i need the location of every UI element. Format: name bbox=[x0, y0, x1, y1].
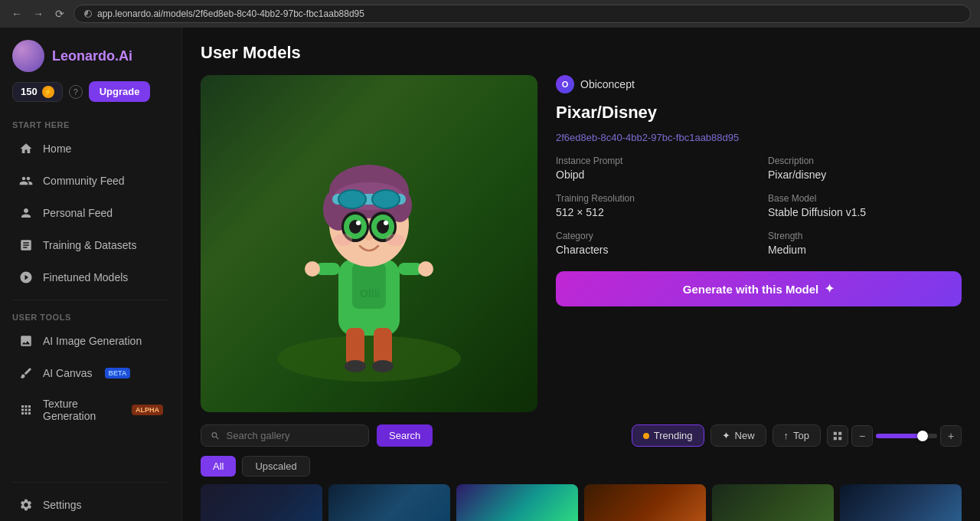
sidebar-item-community-label: Community Feed bbox=[43, 175, 125, 187]
url-bar[interactable]: app.leonardo.ai/models/2f6ed8eb-8c40-4bb… bbox=[74, 5, 971, 23]
zoom-slider-thumb bbox=[917, 431, 928, 441]
sidebar-item-finetuned-label: Finetuned Models bbox=[43, 271, 128, 283]
sidebar-credits: 150 ⚡ ? Upgrade bbox=[0, 81, 181, 114]
sidebar-item-community-feed[interactable]: Community Feed bbox=[6, 165, 175, 196]
page-header: User Models bbox=[182, 28, 980, 75]
thumbnail-6[interactable] bbox=[840, 484, 962, 521]
base-model-value: Stable Diffusion v1.5 bbox=[768, 206, 962, 218]
settings-icon bbox=[18, 497, 34, 513]
svg-point-7 bbox=[372, 360, 394, 372]
plus-icon: + bbox=[948, 430, 954, 442]
svg-point-27 bbox=[356, 221, 361, 225]
model-title: Pixar/Disney bbox=[556, 103, 962, 123]
description-value: Pixar/disney bbox=[768, 169, 962, 181]
sidebar-item-settings-label: Settings bbox=[43, 499, 82, 511]
instance-prompt-value: Obipd bbox=[556, 169, 750, 181]
gallery-controls: Search Trending ✦ New ↑ Top bbox=[201, 424, 962, 447]
thumbnail-1[interactable] bbox=[201, 484, 322, 521]
training-res-value: 512 × 512 bbox=[556, 206, 750, 218]
credits-icon: ⚡ bbox=[42, 86, 54, 98]
search-icon bbox=[211, 431, 220, 441]
thumbnail-2[interactable] bbox=[328, 484, 450, 521]
svg-text:Ollii: Ollii bbox=[360, 287, 380, 300]
refresh-button[interactable]: ⟳ bbox=[52, 6, 67, 21]
thumbnail-3[interactable] bbox=[456, 484, 578, 521]
model-id[interactable]: 2f6ed8eb-8c40-4bb2-97bc-fbc1aab88d95 bbox=[556, 132, 962, 143]
back-button[interactable]: ← bbox=[9, 6, 24, 21]
sidebar-item-personal-label: Personal Feed bbox=[43, 207, 113, 219]
search-bar bbox=[201, 424, 369, 447]
trending-filter-button[interactable]: Trending bbox=[632, 424, 704, 447]
gallery-filters: Trending ✦ New ↑ Top bbox=[632, 424, 962, 447]
sidebar-bottom-divider bbox=[12, 482, 169, 483]
svg-point-10 bbox=[305, 261, 320, 277]
trending-dot bbox=[643, 433, 649, 439]
author-avatar: O bbox=[556, 75, 574, 93]
app-body: Leonardo.Ai 150 ⚡ ? Upgrade Start Here H… bbox=[0, 28, 980, 521]
meta-instance-prompt: Instance Prompt Obipd bbox=[556, 156, 750, 181]
minus-icon: − bbox=[859, 430, 865, 442]
sidebar-item-personal-feed[interactable]: Personal Feed bbox=[6, 198, 175, 228]
home-icon bbox=[18, 141, 34, 156]
page-title: User Models bbox=[201, 43, 962, 63]
personal-icon bbox=[18, 205, 34, 221]
section-start-label: Start Here bbox=[0, 114, 181, 133]
svg-point-19 bbox=[338, 190, 366, 208]
meta-category: Category Characters bbox=[556, 231, 750, 256]
svg-point-30 bbox=[334, 234, 352, 246]
grid-view-button[interactable] bbox=[827, 425, 848, 447]
meta-training-res: Training Resolution 512 × 512 bbox=[556, 193, 750, 218]
author-name: Obiconcept bbox=[580, 78, 635, 90]
zoom-out-button[interactable]: − bbox=[851, 425, 873, 447]
view-controls: − + bbox=[827, 425, 962, 447]
model-detail: Ollii bbox=[182, 75, 980, 424]
thumbnail-5[interactable] bbox=[712, 484, 834, 521]
tag-upscaled-button[interactable]: Upscaled bbox=[242, 456, 309, 477]
forward-button[interactable]: → bbox=[31, 6, 46, 21]
sidebar-item-settings[interactable]: Settings bbox=[6, 490, 175, 520]
credits-count: 150 ⚡ bbox=[12, 82, 63, 102]
logo-avatar bbox=[12, 40, 44, 72]
model-image: Ollii bbox=[201, 75, 537, 412]
search-button[interactable]: Search bbox=[377, 424, 433, 447]
zoom-in-button[interactable]: + bbox=[940, 425, 962, 447]
finetuned-icon bbox=[18, 270, 34, 285]
sidebar: Leonardo.Ai 150 ⚡ ? Upgrade Start Here H… bbox=[0, 28, 182, 521]
sidebar-item-finetuned[interactable]: Finetuned Models bbox=[6, 262, 175, 293]
svg-point-6 bbox=[345, 360, 366, 372]
upgrade-button[interactable]: Upgrade bbox=[89, 81, 151, 102]
model-author: O Obiconcept bbox=[556, 75, 962, 93]
image-gen-icon bbox=[18, 333, 34, 349]
meta-base-model: Base Model Stable Diffusion v1.5 bbox=[768, 193, 962, 218]
thumbnail-4[interactable] bbox=[584, 484, 706, 521]
generate-button[interactable]: Generate with this Model ✦ bbox=[556, 271, 962, 306]
sidebar-item-ai-canvas[interactable]: AI Canvas BETA bbox=[6, 358, 175, 388]
category-label: Category bbox=[556, 231, 750, 241]
sidebar-item-training[interactable]: Training & Datasets bbox=[6, 230, 175, 260]
canvas-icon bbox=[18, 365, 34, 381]
sidebar-divider bbox=[12, 300, 169, 300]
zoom-slider[interactable] bbox=[876, 434, 937, 438]
sidebar-item-home[interactable]: Home bbox=[6, 133, 175, 164]
url-text: app.leonardo.ai/models/2f6ed8eb-8c40-4bb… bbox=[97, 8, 364, 19]
tag-all-button[interactable]: All bbox=[201, 456, 236, 477]
beta-badge: BETA bbox=[105, 368, 131, 378]
description-label: Description bbox=[768, 156, 962, 166]
sidebar-item-home-label: Home bbox=[43, 143, 71, 155]
sidebar-item-ai-image[interactable]: AI Image Generation bbox=[6, 326, 175, 356]
main-content: User Models Ollii bbox=[182, 28, 980, 521]
top-filter-button[interactable]: ↑ Top bbox=[773, 424, 821, 447]
sidebar-logo: Leonardo.Ai bbox=[0, 28, 181, 81]
credits-help-button[interactable]: ? bbox=[69, 85, 83, 99]
svg-point-31 bbox=[386, 234, 404, 246]
sidebar-item-texture[interactable]: Texture Generation ALPHA bbox=[6, 390, 175, 430]
alpha-badge: ALPHA bbox=[132, 405, 163, 415]
svg-point-29 bbox=[365, 234, 373, 241]
sparkle-icon: ✦ bbox=[825, 282, 835, 296]
grid-icon bbox=[832, 431, 843, 441]
new-filter-button[interactable]: ✦ New bbox=[710, 424, 766, 447]
training-res-label: Training Resolution bbox=[556, 193, 750, 204]
sidebar-item-training-label: Training & Datasets bbox=[43, 239, 136, 251]
search-input[interactable] bbox=[227, 430, 359, 441]
strength-label: Strength bbox=[768, 231, 962, 241]
